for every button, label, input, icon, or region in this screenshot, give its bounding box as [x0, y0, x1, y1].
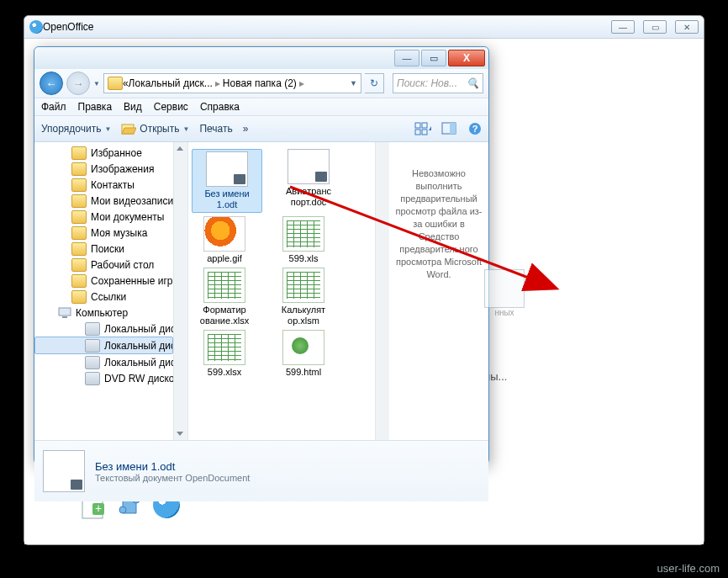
toolbar-organize[interactable]: Упорядочить▼ — [41, 123, 111, 135]
folder-icon — [71, 178, 87, 192]
search-input[interactable]: Поиск: Нов... 🔍 — [393, 73, 483, 93]
folder-icon — [108, 77, 123, 90]
folder-icon — [71, 226, 87, 240]
xls-file-icon — [203, 330, 245, 365]
drive-icon — [85, 356, 100, 369]
address-dropdown-icon[interactable]: ▼ — [350, 79, 357, 87]
watermark: user-life.com — [657, 562, 720, 575]
tree-item[interactable]: Рабочий стол — [34, 257, 187, 273]
file-label: 599.html — [286, 367, 321, 378]
tree-item[interactable]: Поиски — [34, 241, 187, 257]
breadcrumb-sep-icon[interactable]: ▸ — [297, 77, 307, 89]
drag-ghost-icon — [484, 269, 525, 308]
bg-maximize-button[interactable]: ▭ — [643, 20, 667, 34]
file-item[interactable]: Авиатранс порт.doc — [276, 149, 341, 213]
tree-item[interactable]: Сохраненные игры — [34, 273, 187, 289]
tree-item[interactable]: Моя музыка — [34, 225, 187, 241]
gif-file-icon — [203, 216, 245, 252]
xls-file-icon — [282, 268, 324, 303]
svg-rect-15 — [62, 316, 67, 318]
drag-ghost: нных — [479, 269, 530, 326]
file-label: Без имени 1.odt — [194, 188, 260, 210]
toolbar-open[interactable]: Открыть▼ — [121, 122, 189, 135]
file-item[interactable]: 599.html — [271, 330, 336, 378]
svg-rect-9 — [422, 130, 427, 135]
breadcrumb-sep-icon[interactable]: ▸ — [213, 77, 223, 89]
menu-edit[interactable]: Правка — [78, 101, 113, 113]
explorer-maximize-button[interactable]: ▭ — [421, 50, 446, 66]
nav-history-dropdown[interactable]: ▼ — [93, 80, 100, 87]
explorer-minimize-button[interactable]: — — [394, 50, 419, 66]
tree-drive[interactable]: DVD RW дисковод (F: — [34, 370, 187, 386]
file-item[interactable]: Без имени 1.odt — [192, 149, 262, 213]
html-file-icon — [282, 330, 324, 365]
tree-drive[interactable]: Локальный диск (E:) — [34, 354, 187, 370]
file-label: apple.gif — [207, 253, 242, 264]
tree-drive[interactable]: Локальный диск (D:) — [34, 337, 173, 354]
file-label: 599.xlsx — [208, 367, 241, 378]
search-icon: 🔍 — [467, 77, 479, 89]
preview-pane-button[interactable] — [441, 122, 458, 135]
folder-icon — [71, 290, 87, 304]
menu-file[interactable]: Файл — [41, 101, 66, 113]
refresh-button[interactable]: ↻ — [365, 73, 384, 93]
tree-computer[interactable]: Компьютер — [34, 305, 187, 321]
file-label: 599.xls — [289, 253, 319, 264]
help-button[interactable]: ? — [468, 122, 482, 135]
files-scrollbar[interactable] — [375, 142, 389, 440]
details-file-name: Без имени 1.odt — [95, 460, 250, 473]
nav-tree: ИзбранноеИзображенияКонтактыМои видеозап… — [34, 142, 188, 440]
folder-icon — [71, 274, 87, 288]
toolbar-print[interactable]: Печать — [199, 123, 232, 135]
folder-icon — [71, 146, 87, 160]
menu-view[interactable]: Вид — [124, 101, 142, 113]
file-item[interactable]: apple.gif — [192, 216, 257, 264]
bg-close-button[interactable]: ✕ — [675, 20, 699, 34]
xls-file-icon — [203, 268, 245, 303]
svg-rect-7 — [422, 123, 427, 128]
svg-text:+: + — [95, 501, 102, 515]
menu-help[interactable]: Справка — [200, 101, 240, 113]
svg-rect-6 — [415, 123, 420, 128]
address-bar[interactable]: « Локальный диск... ▸ Новая папка (2) ▸ … — [103, 73, 361, 93]
bg-minimize-button[interactable]: — — [611, 20, 635, 34]
explorer-titlebar[interactable]: — ▭ X — [34, 47, 488, 69]
explorer-close-button[interactable]: X — [448, 50, 485, 66]
file-label: Калькулят ор.xlsm — [271, 305, 336, 326]
openoffice-title: OpenOffice — [43, 21, 93, 33]
svg-point-4 — [119, 506, 126, 513]
file-item[interactable]: Форматир ование.xlsx — [192, 268, 257, 326]
toolbar-more[interactable]: » — [243, 123, 249, 135]
svg-rect-8 — [415, 130, 420, 135]
file-list[interactable]: Без имени 1.odtАвиатранс порт.docapple.g… — [188, 142, 389, 440]
breadcrumb-disk[interactable]: Локальный диск... — [129, 77, 213, 89]
tree-item[interactable]: Ссылки — [34, 289, 187, 305]
folder-icon — [71, 210, 87, 224]
file-item[interactable]: 599.xls — [271, 216, 336, 264]
tree-item[interactable]: Изображения — [34, 161, 187, 177]
preview-pane: Невозможно выполнить предварительный про… — [389, 142, 488, 440]
tree-item[interactable]: Мои видеозаписи — [34, 193, 187, 209]
file-item[interactable]: Калькулят ор.xlsm — [271, 268, 336, 326]
explorer-toolbar: Упорядочить▼ Открыть▼ Печать » ? — [34, 116, 488, 142]
folder-icon — [71, 242, 87, 256]
search-placeholder: Поиск: Нов... — [397, 77, 457, 89]
tree-item[interactable]: Избранное — [34, 145, 187, 161]
drive-icon — [85, 372, 100, 385]
explorer-navbar: ← → ▼ « Локальный диск... ▸ Новая папка … — [34, 69, 488, 98]
tree-item[interactable]: Контакты — [34, 177, 187, 193]
tree-item[interactable]: Мои документы — [34, 209, 187, 225]
openoffice-logo-icon — [29, 20, 43, 34]
tree-scrollbar[interactable] — [173, 142, 187, 440]
tree-drive[interactable]: Локальный диск (C:) — [34, 321, 187, 337]
menu-service[interactable]: Сервис — [154, 101, 188, 113]
nav-back-button[interactable]: ← — [40, 72, 63, 95]
folder-icon — [71, 194, 87, 208]
details-pane: Без имени 1.odt Текстовый документ OpenD… — [34, 440, 488, 501]
svg-rect-11 — [450, 123, 456, 134]
file-item[interactable]: 599.xlsx — [192, 330, 257, 378]
nav-forward-button[interactable]: → — [66, 72, 90, 95]
breadcrumb-folder[interactable]: Новая папка (2) — [223, 77, 297, 89]
details-file-icon — [43, 450, 85, 492]
view-mode-button[interactable] — [414, 122, 431, 135]
